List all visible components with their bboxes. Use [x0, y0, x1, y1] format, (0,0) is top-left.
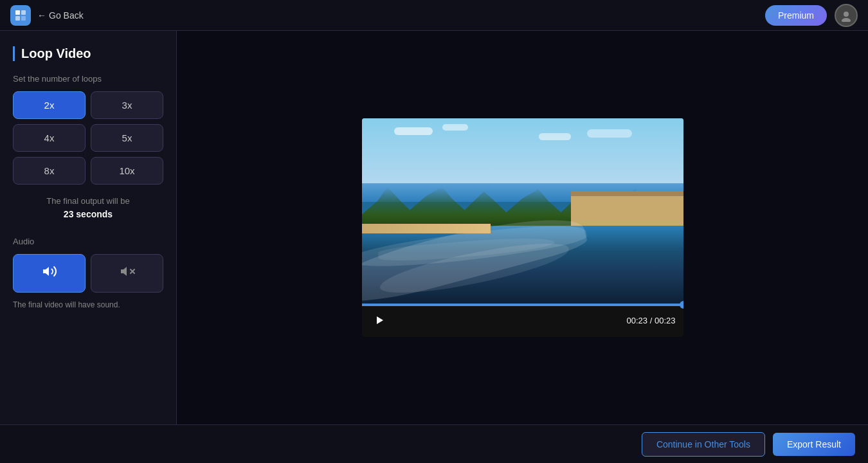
video-content [362, 118, 683, 304]
loop-options-grid: 2x 3x 4x 5x 8x 10x [13, 91, 163, 185]
output-info: The final output will be 23 seconds [13, 195, 163, 221]
beach-strip [362, 224, 491, 233]
loops-section-label: Set the number of loops [13, 74, 163, 84]
loop-8x-button[interactable]: 8x [13, 157, 86, 185]
export-result-button[interactable]: Export Result [773, 433, 855, 456]
cloud-1 [394, 127, 433, 135]
svg-rect-2 [15, 16, 20, 21]
svg-rect-3 [21, 16, 26, 21]
time-separator: / [650, 316, 653, 325]
output-info-seconds: 23 seconds [13, 208, 163, 221]
avatar[interactable] [835, 4, 858, 27]
chevron-left-icon: ← [37, 10, 46, 21]
progress-bar-container[interactable] [362, 304, 683, 306]
main-content: Loop Video Set the number of loops 2x 3x… [0, 31, 868, 424]
loop-2x-button[interactable]: 2x [13, 91, 86, 119]
audio-section-label: Audio [13, 237, 163, 246]
video-controls: 00:23 / 00:23 [362, 304, 683, 337]
mute-icon [120, 264, 135, 283]
cloud-3 [539, 133, 571, 140]
output-info-line1: The final output will be [46, 196, 129, 206]
loop-5x-button[interactable]: 5x [91, 124, 163, 152]
audio-options-grid [13, 254, 163, 293]
audio-note: The final video will have sound. [13, 300, 163, 309]
video-area: 00:23 / 00:23 [177, 31, 868, 424]
play-icon [374, 315, 384, 329]
svg-rect-0 [15, 10, 20, 15]
cloud-4 [587, 129, 632, 138]
loop-10x-button[interactable]: 10x [91, 157, 163, 185]
cloud-2 [442, 124, 468, 131]
svg-rect-1 [21, 10, 26, 15]
progress-indicator [680, 301, 683, 309]
svg-point-5 [842, 18, 851, 22]
continue-other-tools-button[interactable]: Continue in Other Tools [642, 432, 765, 457]
water-layer [362, 226, 683, 304]
loop-3x-button[interactable]: 3x [91, 91, 163, 119]
audio-sound-off-button[interactable] [91, 254, 163, 293]
page-title: Loop Video [13, 46, 163, 61]
volume-icon [42, 264, 57, 283]
premium-button[interactable]: Premium [765, 5, 827, 26]
go-back-button[interactable]: ← Go Back [37, 10, 84, 21]
header-left: ← Go Back [10, 5, 84, 26]
loop-4x-button[interactable]: 4x [13, 124, 86, 152]
play-button[interactable] [370, 312, 389, 331]
current-time: 00:23 [627, 316, 648, 325]
svg-marker-8 [377, 316, 383, 324]
total-time: 00:23 [655, 316, 676, 325]
header-right: Premium [765, 4, 858, 27]
video-frame [362, 118, 683, 304]
audio-sound-on-button[interactable] [13, 254, 86, 293]
svg-point-4 [844, 12, 849, 17]
header: ← Go Back Premium [0, 0, 868, 31]
time-display: 00:23 / 00:23 [627, 316, 676, 325]
go-back-label: Go Back [49, 10, 84, 21]
footer: Continue in Other Tools Export Result [0, 424, 868, 463]
app-logo [10, 5, 31, 26]
sidebar: Loop Video Set the number of loops 2x 3x… [0, 31, 177, 424]
video-container: 00:23 / 00:23 [362, 118, 683, 337]
progress-bar-fill [362, 304, 683, 306]
